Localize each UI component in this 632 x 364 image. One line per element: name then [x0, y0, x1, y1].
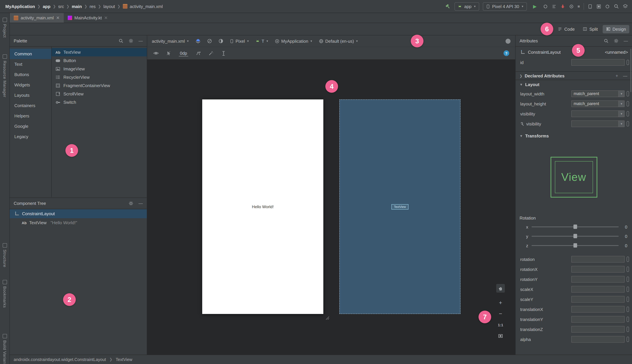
status-class-path[interactable]: androidx.constraintlayout.widget.Constra…	[14, 357, 106, 362]
search-everywhere-icon[interactable]	[614, 4, 619, 9]
run-button[interactable]: ▶	[530, 2, 539, 10]
clear-constraints-icon[interactable]	[195, 50, 201, 56]
sidebar-item-bookmarks[interactable]: Bookmarks	[0, 280, 9, 308]
apply-changes-icon[interactable]	[543, 4, 548, 9]
rotationx-field[interactable]	[571, 266, 625, 272]
help-icon[interactable]: ?	[504, 50, 509, 56]
visibility-select[interactable]: ▼	[571, 110, 625, 117]
attach-debugger-icon[interactable]	[569, 4, 574, 9]
tools-visibility-select[interactable]: ▼	[571, 120, 625, 127]
slider-thumb[interactable]	[573, 243, 577, 248]
breadcrumb-file[interactable]: activity_main.xml	[130, 4, 163, 9]
resource-picker[interactable]	[627, 101, 629, 106]
breadcrumb-res[interactable]: res	[90, 4, 96, 9]
layout-inspector-icon[interactable]	[596, 4, 601, 9]
resource-picker[interactable]	[627, 296, 629, 302]
rotation-y-slider[interactable]	[532, 234, 619, 239]
zoom-out-button[interactable]: −	[496, 310, 505, 318]
infer-constraints-wand-icon[interactable]	[208, 50, 214, 56]
translationy-field[interactable]	[571, 316, 625, 323]
chevron-down-icon[interactable]: ▼	[618, 121, 624, 127]
palette-category-helpers[interactable]: Helpers	[10, 111, 52, 121]
palette-category-text[interactable]: Text	[10, 59, 52, 70]
palette-category-google[interactable]: Google	[10, 121, 52, 132]
issue-panel-icon[interactable]	[506, 38, 510, 44]
pan-hand-icon[interactable]	[496, 284, 505, 292]
resource-picker[interactable]	[627, 316, 629, 322]
resource-picker[interactable]	[627, 121, 629, 126]
palette-category-buttons[interactable]: Buttons	[10, 70, 52, 80]
guideline-icon[interactable]	[221, 50, 226, 56]
run-configuration-select[interactable]: app ▼	[455, 2, 479, 10]
slider-thumb[interactable]	[573, 234, 577, 238]
sidebar-item-build-variants[interactable]: Build Variants	[0, 334, 9, 364]
sync-gradle-icon[interactable]	[605, 4, 610, 9]
blueprint-preview-surface[interactable]: TextView	[339, 100, 460, 314]
autoconnect-icon[interactable]	[166, 50, 172, 56]
resource-picker[interactable]	[627, 306, 629, 312]
theme-select[interactable]: MyApplication ▼	[274, 38, 313, 44]
palette-item-fragmentcontainerview[interactable]: FragmentContainerView	[52, 82, 147, 90]
minimize-icon[interactable]: —	[138, 38, 143, 43]
blueprint-textview[interactable]: TextView	[391, 204, 408, 209]
design-surface-icon[interactable]	[195, 38, 201, 44]
transforms-section-header[interactable]: ▼ Transforms	[516, 132, 632, 140]
palette-category-common[interactable]: Common	[10, 49, 52, 59]
layout-width-select[interactable]: match_parent ▼	[571, 90, 625, 97]
rotation-field[interactable]	[571, 256, 625, 262]
view-options-eye-icon[interactable]	[153, 50, 159, 56]
device-manager-icon[interactable]	[588, 4, 593, 9]
design-canvas[interactable]: Hello World! TextView + − 1:1	[147, 60, 515, 355]
view-mode-design[interactable]: Design	[602, 25, 629, 33]
scaley-field[interactable]	[571, 296, 625, 302]
palette-item-button[interactable]: Button	[52, 56, 147, 65]
gear-icon[interactable]	[128, 201, 134, 206]
palette-item-imageview[interactable]: ImageView	[52, 65, 147, 73]
palette-category-layouts[interactable]: Layouts	[10, 90, 52, 100]
palette-item-switch[interactable]: Switch	[52, 98, 147, 106]
zoom-actual-size-button[interactable]: 1:1	[496, 321, 505, 329]
palette-category-widgets[interactable]: Widgets	[10, 80, 52, 90]
resource-picker[interactable]	[627, 60, 629, 65]
resource-picker[interactable]	[627, 266, 629, 272]
status-selected-component[interactable]: TextView	[116, 357, 132, 362]
tab-mainactivity-kt[interactable]: MainActivity.kt ✕	[64, 13, 112, 23]
remove-attribute-icon[interactable]: —	[623, 73, 627, 78]
stop-button[interactable]: ■	[578, 4, 580, 9]
orientation-icon[interactable]	[207, 38, 212, 44]
id-field[interactable]	[571, 59, 625, 66]
translationz-field[interactable]	[571, 326, 625, 333]
night-mode-icon[interactable]	[218, 38, 224, 44]
gear-icon[interactable]	[614, 38, 619, 43]
view-mode-split[interactable]: Split	[579, 25, 601, 33]
design-preview-surface[interactable]: Hello World!	[202, 100, 323, 314]
default-margin-button[interactable]: 0dp	[179, 50, 188, 56]
tree-row-textview[interactable]: Ab TextView "Hello World!"	[10, 218, 147, 227]
sidebar-item-resource-manager[interactable]: Resource Manager	[0, 54, 9, 98]
resource-picker[interactable]	[627, 337, 629, 342]
layout-section-header[interactable]: ▼ Layout	[516, 80, 632, 89]
resource-picker[interactable]	[627, 111, 629, 116]
resource-picker[interactable]	[627, 256, 629, 262]
rotation-x-slider[interactable]	[532, 224, 619, 230]
chevron-down-icon[interactable]: ▼	[618, 101, 624, 107]
scrollbar[interactable]	[630, 49, 631, 92]
build-hammer-icon[interactable]	[445, 3, 451, 9]
layout-file-select[interactable]: activity_main.xml ▼	[152, 38, 189, 44]
palette-category-legacy[interactable]: Legacy	[10, 132, 52, 142]
resource-picker[interactable]	[627, 327, 629, 332]
slider-thumb[interactable]	[573, 224, 577, 229]
close-icon[interactable]: ✕	[56, 15, 60, 20]
chevron-down-icon[interactable]: ▼	[618, 111, 624, 117]
declared-attributes-section[interactable]: ❯ Declared Attributes ＋ —	[516, 72, 632, 80]
tab-activity-main-xml[interactable]: activity_main.xml ✕	[10, 13, 64, 23]
resource-picker[interactable]	[627, 286, 629, 292]
alpha-field[interactable]	[571, 336, 625, 343]
device-select-design[interactable]: Pixel ▼	[230, 38, 249, 44]
palette-item-textview[interactable]: Ab TextView	[52, 48, 147, 56]
breadcrumb-layout[interactable]: layout	[104, 4, 115, 9]
close-icon[interactable]: ✕	[104, 15, 108, 20]
scalex-field[interactable]	[571, 286, 625, 292]
view-mode-code[interactable]: Code	[554, 25, 578, 33]
breadcrumb-app[interactable]: app	[43, 4, 50, 9]
